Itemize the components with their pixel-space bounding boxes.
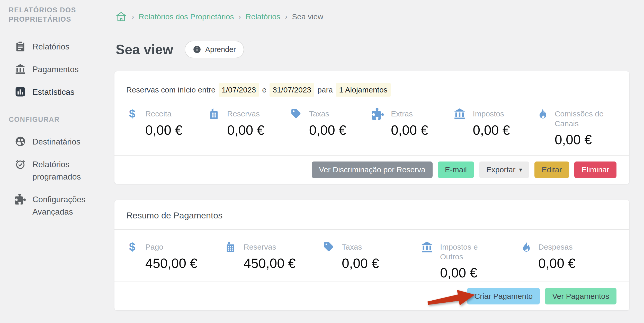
stat-value: 0,00 €: [309, 122, 346, 138]
stat-value: 450,00 €: [244, 256, 296, 271]
sidebar-item-label: Pagamentos: [32, 63, 79, 75]
bank-icon: [421, 241, 433, 253]
accommodations-chip: 1 Alojamentos: [336, 83, 390, 97]
stat-label: Comissões de Canais: [555, 108, 609, 128]
payments-stats-row: $ Pago 450,00 € Reservas 450,00 € Taxas …: [114, 230, 629, 280]
stat-value: 0,00 €: [555, 132, 609, 147]
title-row: Sea view Aprender: [116, 41, 244, 58]
tag-icon: [323, 241, 335, 253]
page-title: Sea view: [116, 42, 173, 57]
building-icon: [225, 241, 236, 253]
sidebar-item-estatisticas[interactable]: Estatísticas: [9, 86, 113, 98]
payments-card-title: Resumo de Pagamentos: [114, 200, 629, 230]
users-icon: [15, 136, 26, 147]
puzzle-icon: [372, 108, 384, 120]
info-icon: [193, 45, 201, 54]
breadcrumb-separator: ›: [239, 13, 241, 21]
view-breakdown-button[interactable]: Ver Discriminação por Reserva: [312, 162, 432, 178]
stat-value: 0,00 €: [440, 265, 494, 280]
report-card-footer: Ver Discriminação por Reserva E-mail Exp…: [114, 155, 629, 184]
sidebar-item-label: Configurações Avançadas: [32, 193, 94, 218]
stat-label: Taxas: [342, 241, 379, 252]
stat-extras: Extras 0,00 €: [372, 108, 454, 147]
sidebar-item-configuracoes-avancadas[interactable]: Configurações Avançadas: [9, 193, 113, 218]
stat-label: Pago: [145, 241, 197, 252]
caret-down-icon: ▾: [519, 167, 522, 173]
stat-value: 0,00 €: [538, 256, 576, 271]
stat-label: Reservas: [244, 241, 296, 252]
summary-for: para: [317, 86, 333, 94]
sidebar-config-title: CONFIGURAR: [9, 116, 113, 124]
stat-pago: $ Pago 450,00 €: [126, 241, 225, 280]
breadcrumb-current: Sea view: [292, 12, 323, 21]
stat-taxas: Taxas 0,00 €: [290, 108, 372, 147]
stat-impostos: Impostos 0,00 €: [454, 108, 535, 147]
breadcrumb-link-relatorios-proprietarios[interactable]: Relatórios dos Proprietários: [139, 12, 234, 21]
report-card: Reservas com início entre 1/07/2023 e 31…: [114, 71, 629, 184]
stat-value: 0,00 €: [342, 256, 379, 271]
stat-label: Receita: [145, 108, 183, 119]
delete-button[interactable]: Eliminar: [574, 162, 616, 178]
flame-icon: [519, 241, 531, 253]
bank-icon: [454, 108, 466, 120]
report-summary: Reservas com início entre 1/07/2023 e 31…: [114, 71, 629, 97]
end-date-chip: 31/07/2023: [270, 83, 314, 97]
breadcrumb-link-relatorios[interactable]: Relatórios: [246, 12, 280, 21]
alarm-check-icon: [15, 159, 26, 169]
sidebar-item-relatorios[interactable]: Relatórios: [9, 40, 113, 53]
payments-card-footer: Criar Pagamento Ver Pagamentos: [114, 282, 629, 310]
stat-comissoes: Comissões de Canais 0,00 €: [536, 108, 618, 147]
stat-receita: $ Receita 0,00 €: [126, 108, 208, 147]
create-payment-button[interactable]: Criar Pagamento: [467, 288, 540, 304]
summary-prefix: Reservas com início entre: [126, 86, 216, 94]
breadcrumb-separator: ›: [132, 13, 134, 21]
building-icon: [208, 108, 220, 120]
stat-value: 0,00 €: [227, 122, 264, 138]
puzzle-icon: [15, 194, 26, 205]
stat-value: 450,00 €: [145, 256, 197, 271]
summary-conjunction: e: [262, 86, 266, 94]
breadcrumb: › Relatórios dos Proprietários › Relatór…: [115, 11, 323, 22]
stat-value: 0,00 €: [391, 122, 428, 138]
clipboard-icon: [15, 41, 26, 52]
stat-reservas: Reservas 0,00 €: [208, 108, 290, 147]
sidebar-item-pagamentos[interactable]: Pagamentos: [9, 63, 113, 75]
learn-button-label: Aprender: [205, 45, 236, 54]
stat-reservas-pag: Reservas 450,00 €: [225, 241, 323, 280]
home-icon[interactable]: [115, 11, 127, 22]
stat-label: Extras: [391, 108, 428, 119]
sidebar-item-destinatarios[interactable]: Destinatários: [9, 135, 113, 148]
stat-label: Taxas: [309, 108, 346, 119]
sidebar-item-label: Relatórios: [32, 40, 69, 53]
export-dropdown-button[interactable]: Exportar ▾: [479, 162, 529, 178]
sidebar-item-label: Estatísticas: [32, 86, 75, 98]
dollar-icon: $: [126, 108, 138, 120]
stat-taxas-pag: Taxas 0,00 €: [323, 241, 421, 280]
tag-icon: [290, 108, 302, 120]
bank-icon: [15, 64, 26, 74]
stat-label: Despesas: [538, 241, 576, 252]
stat-despesas: Despesas 0,00 €: [519, 241, 618, 280]
sidebar-item-relatorios-programados[interactable]: Relatórios programados: [9, 158, 113, 183]
export-label: Exportar: [486, 165, 515, 174]
stat-value: 0,00 €: [473, 122, 510, 138]
sidebar: RELATÓRIOS DOS PROPRIETÁRIOS Relatórios …: [0, 0, 113, 228]
stat-label: Impostos e Outros: [440, 241, 494, 261]
stat-label: Impostos: [473, 108, 510, 119]
payments-card: Resumo de Pagamentos $ Pago 450,00 € Res…: [114, 200, 629, 310]
learn-button[interactable]: Aprender: [185, 41, 244, 58]
sidebar-section-title: RELATÓRIOS DOS PROPRIETÁRIOS: [9, 6, 83, 24]
flame-icon: [536, 108, 548, 120]
email-button[interactable]: E-mail: [438, 162, 474, 178]
dollar-icon: $: [126, 241, 138, 253]
sidebar-item-label: Destinatários: [32, 135, 80, 148]
breadcrumb-separator: ›: [285, 13, 287, 21]
view-payments-button[interactable]: Ver Pagamentos: [545, 288, 616, 304]
start-date-chip: 1/07/2023: [219, 83, 259, 97]
stat-label: Reservas: [227, 108, 264, 119]
bar-chart-icon: [15, 86, 26, 97]
sidebar-item-label: Relatórios programados: [32, 158, 94, 183]
stat-impostos-outros: Impostos e Outros 0,00 €: [421, 241, 519, 280]
edit-button[interactable]: Editar: [534, 162, 569, 178]
stat-value: 0,00 €: [145, 122, 183, 138]
